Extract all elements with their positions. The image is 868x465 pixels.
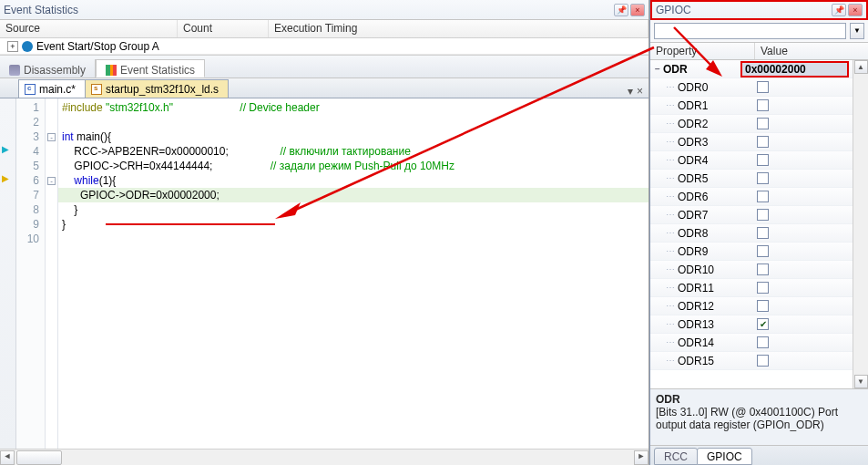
disassembly-icon (9, 65, 20, 76)
breakpoint-marker-icon[interactable]: ▶ (2, 144, 9, 154)
bit-row[interactable]: ⋯ODR4 (650, 151, 853, 170)
event-columns: Source Count Execution Timing (0, 20, 648, 38)
event-statistics-titlebar: Event Statistics 📌 × (0, 0, 648, 20)
line-numbers: 12345678910 (16, 98, 46, 449)
c-file-icon (25, 84, 36, 95)
event-group-label: Event Start/Stop Group A (36, 40, 159, 53)
col-source[interactable]: Source (0, 20, 178, 37)
tabs-close-icon[interactable]: × (637, 85, 643, 98)
col-property[interactable]: Property (650, 43, 755, 59)
dropdown-icon[interactable]: ▼ (850, 23, 864, 39)
peripheral-titlebar: GPIOC 📌 × (650, 0, 868, 20)
bit-row[interactable]: ⋯ODR3 (650, 133, 853, 151)
bit-row[interactable]: ⋯ODR8 (650, 224, 853, 243)
register-row-odr[interactable]: − ODR 0x00002000 (650, 60, 853, 78)
bit-checkbox[interactable] (757, 282, 769, 294)
current-line-marker-icon[interactable]: ▶ (2, 173, 9, 183)
bit-row[interactable]: ⋯ODR10 (650, 261, 853, 279)
bit-row[interactable]: ⋯ODR12 (650, 297, 853, 315)
pin-button[interactable]: 📌 (614, 4, 628, 16)
register-select[interactable] (654, 23, 846, 39)
event-statistics-title: Event Statistics (4, 4, 78, 16)
bit-checkbox[interactable] (757, 264, 769, 275)
bit-checkbox[interactable] (757, 300, 769, 312)
bit-row[interactable]: ⋯ODR11 (650, 279, 853, 297)
event-group-icon (22, 41, 33, 52)
collapse-icon[interactable]: − (652, 64, 663, 74)
bit-checkbox[interactable] (757, 172, 769, 184)
bit-row[interactable]: ⋯ODR7 (650, 206, 853, 224)
fold-gutter: -- (46, 98, 58, 449)
file-tab-main-c[interactable]: main.c* (18, 79, 86, 98)
bit-row[interactable]: ⋯ODR0 (650, 78, 853, 97)
code-editor[interactable]: ▶ ▶ 12345678910 -- #include "stm32f10x.h… (0, 98, 648, 449)
bit-row[interactable]: ⋯ODR6 (650, 188, 853, 206)
asm-file-icon (91, 84, 102, 95)
bit-checkbox[interactable] (757, 191, 769, 202)
bit-row[interactable]: ⋯ODR14 (650, 334, 853, 352)
bit-checkbox[interactable] (757, 245, 769, 257)
col-timing[interactable]: Execution Timing (269, 20, 648, 37)
bit-checkbox[interactable] (757, 118, 769, 129)
bit-checkbox[interactable] (757, 209, 769, 221)
view-tabs: Disassembly Event Statistics (0, 55, 648, 78)
bit-checkbox[interactable] (757, 99, 769, 111)
tab-rcc[interactable]: RCC (654, 448, 698, 465)
bit-row[interactable]: ⋯ODR13✔ (650, 315, 853, 334)
bit-row[interactable]: ⋯ODR9 (650, 243, 853, 261)
horizontal-scrollbar[interactable]: ◄► (0, 449, 648, 465)
statistics-icon (106, 65, 117, 76)
tab-event-statistics[interactable]: Event Statistics (96, 59, 205, 78)
bit-row[interactable]: ⋯ODR15 (650, 352, 853, 370)
tab-disassembly[interactable]: Disassembly (0, 59, 96, 78)
fold-icon[interactable]: - (47, 177, 56, 185)
fold-icon[interactable]: - (47, 133, 56, 141)
col-value[interactable]: Value (755, 43, 868, 59)
bit-row[interactable]: ⋯ODR5 (650, 170, 853, 188)
register-value[interactable]: 0x00002000 (740, 61, 849, 78)
bit-checkbox[interactable] (757, 136, 769, 148)
vertical-scrollbar[interactable]: ▲▼ (853, 60, 868, 388)
bit-checkbox[interactable] (757, 336, 769, 348)
bit-checkbox[interactable]: ✔ (757, 318, 769, 330)
bit-checkbox[interactable] (757, 154, 769, 166)
event-group-row[interactable]: + Event Start/Stop Group A (0, 38, 648, 55)
file-tabs: main.c* startup_stm32f10x_ld.s ▾ × (0, 78, 648, 98)
tab-gpioc[interactable]: GPIOC (697, 448, 752, 465)
peripheral-title: GPIOC (656, 4, 691, 16)
bit-checkbox[interactable] (757, 227, 769, 239)
bit-row[interactable]: ⋯ODR2 (650, 115, 853, 133)
bit-checkbox[interactable] (757, 355, 769, 367)
close-button[interactable]: × (630, 4, 645, 16)
bit-checkbox[interactable] (757, 81, 769, 93)
close-button[interactable]: × (848, 4, 863, 16)
file-tab-startup[interactable]: startup_stm32f10x_ld.s (85, 79, 229, 98)
bit-row[interactable]: ⋯ODR1 (650, 97, 853, 115)
register-description: ODR [Bits 31..0] RW (@ 0x4001100C) Port … (650, 388, 868, 445)
pin-button[interactable]: 📌 (832, 4, 846, 16)
tabs-dropdown-icon[interactable]: ▾ (628, 85, 633, 98)
col-count[interactable]: Count (178, 20, 269, 37)
expand-icon[interactable]: + (7, 41, 18, 52)
